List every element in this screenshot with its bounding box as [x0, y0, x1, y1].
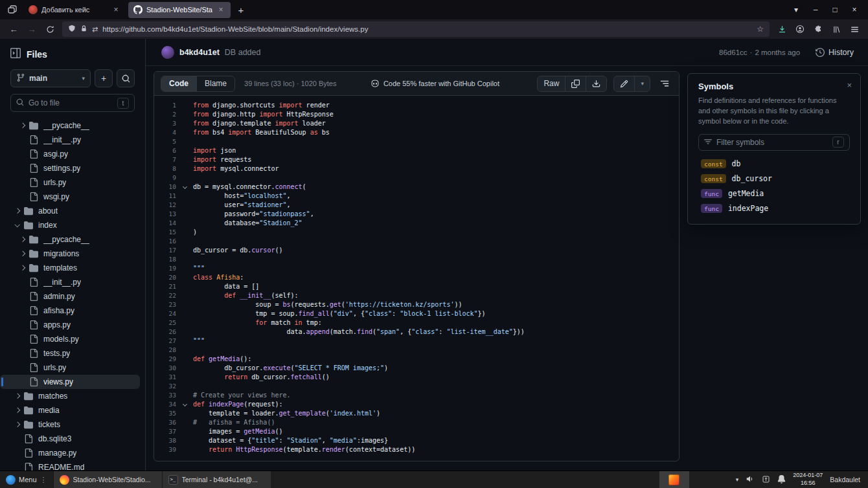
- new-tab-button[interactable]: +: [233, 2, 249, 17]
- notifications-bell-icon[interactable]: [777, 475, 786, 485]
- line-number[interactable]: 29: [154, 355, 176, 364]
- line-number[interactable]: 10: [154, 183, 176, 192]
- library-icon[interactable]: [828, 21, 845, 37]
- chevron-right-icon[interactable]: [18, 238, 27, 241]
- edit-button[interactable]: [614, 76, 635, 91]
- line-number[interactable]: 37: [154, 427, 176, 436]
- permissions-icon[interactable]: ⇄: [92, 25, 98, 34]
- volume-icon[interactable]: [746, 474, 755, 485]
- menu-icon[interactable]: [846, 21, 863, 37]
- add-file-button[interactable]: +: [95, 69, 113, 87]
- line-number[interactable]: 7: [154, 155, 176, 164]
- tree-file-tests.py[interactable]: tests.py: [0, 346, 140, 360]
- taskbar-clock[interactable]: 2024-01-07 16:56: [793, 472, 823, 487]
- chevron-right-icon[interactable]: [13, 394, 22, 398]
- line-number[interactable]: 27: [154, 337, 176, 346]
- symbol-indexPage[interactable]: funcindexPage: [698, 201, 850, 216]
- tray-chevron-icon[interactable]: ▾: [736, 476, 739, 483]
- line-number[interactable]: 13: [154, 210, 176, 219]
- tree-file-urls.py[interactable]: urls.py: [0, 360, 140, 375]
- tree-file-models.py[interactable]: models.py: [0, 332, 140, 346]
- close-window-icon[interactable]: ×: [845, 5, 864, 14]
- url-bar[interactable]: ⇄ https://github.com/b4kd4u1et/Stadion-W…: [62, 21, 770, 37]
- taskbar-task-firefox[interactable]: Stadion-WebSite/Stadio...: [53, 471, 162, 488]
- tree-file-settings.py[interactable]: settings.py: [0, 161, 140, 175]
- line-number[interactable]: 22: [154, 291, 176, 300]
- chevron-right-icon[interactable]: [18, 252, 27, 256]
- list-tabs-icon[interactable]: ▾: [786, 5, 806, 14]
- tree-file-urls.py[interactable]: urls.py: [0, 175, 140, 190]
- commit-sha[interactable]: 86d61cc: [719, 49, 747, 56]
- taskbar-task-terminal[interactable]: >_ Terminal - b4kd4u1et@...: [162, 471, 271, 488]
- browser-tab-2[interactable]: Stadion-WebSite/Stadion/in... ×: [128, 2, 231, 18]
- tab-blame[interactable]: Blame: [197, 76, 234, 91]
- line-number[interactable]: 9: [154, 173, 176, 183]
- line-number[interactable]: 16: [154, 237, 176, 246]
- copilot-banner[interactable]: Code 55% faster with GitHub Copilot: [339, 79, 531, 88]
- go-to-file-input[interactable]: Go to file t: [10, 94, 135, 112]
- download-icon[interactable]: [773, 21, 790, 37]
- line-number[interactable]: 2: [154, 110, 176, 119]
- tree-file-manage.py[interactable]: manage.py: [0, 446, 140, 460]
- download-raw-button[interactable]: [586, 76, 606, 91]
- tree-file-wsgi.py[interactable]: wsgi.py: [0, 190, 140, 204]
- url-text[interactable]: https://github.com/b4kd4u1et/Stadion-Web…: [102, 25, 752, 33]
- commit-author[interactable]: b4kd4u1et: [179, 48, 220, 57]
- updater-icon[interactable]: [762, 475, 770, 485]
- extensions-icon[interactable]: [810, 21, 827, 37]
- tab2-close-icon[interactable]: ×: [216, 5, 225, 14]
- fold-chevron-icon[interactable]: [176, 404, 193, 406]
- line-number[interactable]: 36: [154, 418, 176, 427]
- tree-file-asgi.py[interactable]: asgi.py: [0, 147, 140, 161]
- lock-icon[interactable]: [80, 23, 87, 35]
- tree-folder-templates[interactable]: templates: [0, 261, 140, 275]
- branch-selector[interactable]: main ▾: [10, 69, 91, 87]
- chevron-right-icon[interactable]: [18, 124, 27, 128]
- line-number[interactable]: 30: [154, 364, 176, 373]
- symbol-db_cursor[interactable]: constdb_cursor: [698, 172, 850, 186]
- symbol-db[interactable]: constdb: [698, 157, 850, 172]
- tree-folder-matches[interactable]: matches: [0, 389, 140, 403]
- line-number[interactable]: 26: [154, 327, 176, 337]
- tree-folder-migrations[interactable]: migrations: [0, 247, 140, 261]
- search-button[interactable]: [117, 69, 135, 87]
- line-number[interactable]: 18: [154, 255, 176, 264]
- filter-symbols-input[interactable]: Filter symbols r: [698, 134, 850, 151]
- tab-code[interactable]: Code: [161, 76, 197, 91]
- tree-folder-about[interactable]: about: [0, 204, 140, 218]
- tree-folder-media[interactable]: media: [0, 403, 140, 417]
- account-icon[interactable]: [792, 21, 808, 37]
- copy-button[interactable]: [565, 76, 586, 91]
- line-number[interactable]: 11: [154, 192, 176, 201]
- line-number[interactable]: 19: [154, 264, 176, 273]
- collapse-sidebar-icon[interactable]: [10, 48, 21, 61]
- reload-icon[interactable]: [41, 21, 58, 37]
- line-number[interactable]: 24: [154, 309, 176, 318]
- browser-tab-1[interactable]: Добавить кейс ×: [23, 2, 126, 18]
- chevron-right-icon[interactable]: [13, 209, 22, 213]
- line-number[interactable]: 39: [154, 445, 176, 454]
- line-number[interactable]: 34: [154, 400, 176, 409]
- line-number[interactable]: 4: [154, 128, 176, 137]
- avatar[interactable]: [161, 46, 174, 59]
- line-number[interactable]: 8: [154, 164, 176, 173]
- tree-folder-index[interactable]: index: [0, 218, 140, 232]
- firefox-view-icon[interactable]: [4, 3, 21, 17]
- line-number[interactable]: 33: [154, 391, 176, 400]
- line-number[interactable]: 12: [154, 201, 176, 210]
- tree-folder-__pycache__[interactable]: __pycache__: [0, 118, 140, 133]
- tab1-close-icon[interactable]: ×: [111, 5, 120, 14]
- chevron-right-icon[interactable]: [13, 408, 22, 412]
- tree-file-admin.py[interactable]: admin.py: [0, 289, 140, 304]
- back-icon[interactable]: ←: [5, 21, 22, 37]
- line-number[interactable]: 32: [154, 382, 176, 391]
- taskbar-app-button[interactable]: [659, 471, 689, 488]
- line-number[interactable]: 31: [154, 373, 176, 382]
- tree-folder-tickets[interactable]: tickets: [0, 417, 140, 432]
- maximize-icon[interactable]: □: [825, 5, 845, 14]
- forward-icon[interactable]: →: [23, 21, 40, 37]
- line-number[interactable]: 5: [154, 137, 176, 146]
- line-number[interactable]: 1: [154, 101, 176, 110]
- line-number[interactable]: 21: [154, 282, 176, 291]
- fold-chevron-icon[interactable]: [176, 186, 193, 188]
